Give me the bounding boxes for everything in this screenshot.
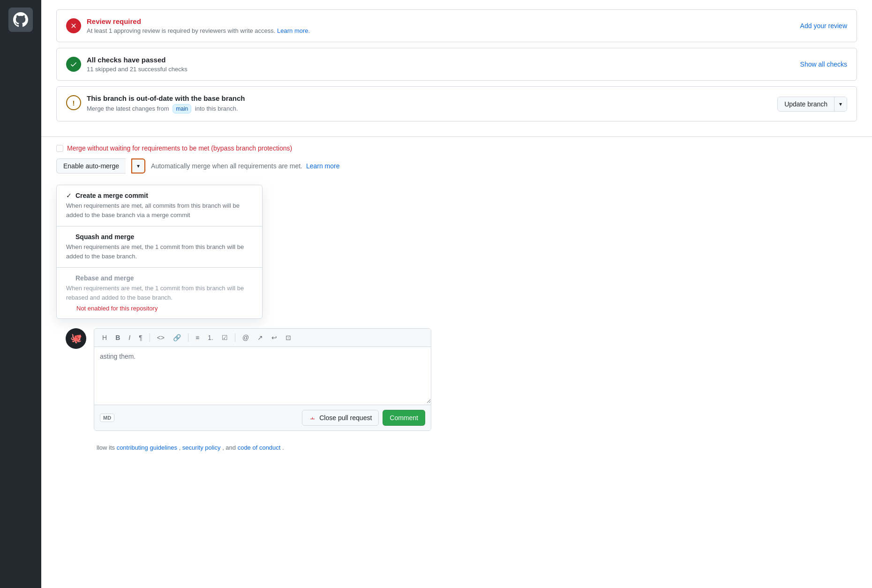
show-all-checks-button[interactable]: Show all checks xyxy=(800,60,847,68)
dropdown-item-rebase-merge[interactable]: ✓ Rebase and merge When requirements are… xyxy=(57,268,262,318)
toolbar-divider-2 xyxy=(188,333,188,342)
status-cards-container: Review required At least 1 approving rev… xyxy=(41,0,872,136)
merge-commit-desc: When requirements are met, all commits f… xyxy=(66,201,253,219)
review-required-desc: At least 1 approving review is required … xyxy=(87,27,795,34)
dropdown-item-merge-commit[interactable]: ✓ Create a merge commit When requirement… xyxy=(57,185,262,226)
squash-merge-title: Squash and merge xyxy=(75,233,134,241)
out-of-date-title: This branch is out-of-date with the base… xyxy=(87,94,772,102)
add-review-link[interactable]: Add your review xyxy=(800,22,847,30)
auto-merge-description: Automatically merge when all requirement… xyxy=(151,162,339,170)
show-checks-action: Show all checks xyxy=(800,60,847,68)
contributing-note: llow its contributing guidelines , secur… xyxy=(41,440,872,455)
merge-method-dropdown-menu: ✓ Create a merge commit When requirement… xyxy=(56,185,263,319)
toolbar-bold-button[interactable]: B xyxy=(113,332,122,343)
dropdown-item-squash-header: ✓ Squash and merge xyxy=(66,233,253,241)
review-learn-more-link[interactable]: Learn more. xyxy=(277,27,310,34)
squash-merge-desc: When requirements are met, the 1 commit … xyxy=(66,242,253,261)
out-of-date-desc: Merge the latest changes from main into … xyxy=(87,104,772,113)
comment-toolbar: H B I ¶ <> 🔗 ≡ 1. ☑ @ ↗ ↩ ⊡ xyxy=(94,329,431,347)
update-branch-button[interactable]: Update branch xyxy=(778,97,834,111)
user-avatar: 🐙 xyxy=(66,328,86,349)
main-content: Review required At least 1 approving rev… xyxy=(41,0,872,588)
markdown-badge: MD xyxy=(100,414,114,422)
comment-section-wrapper: 🐙 H B I ¶ <> 🔗 ≡ 1. ☑ @ xyxy=(51,319,872,440)
out-of-date-card: ! This branch is out-of-date with the ba… xyxy=(56,86,857,121)
auto-merge-learn-more-link[interactable]: Learn more xyxy=(306,162,340,170)
add-review-action: Add your review xyxy=(800,22,847,30)
code-of-conduct-link[interactable]: code of conduct xyxy=(238,444,281,451)
toolbar-link-button[interactable]: 🔗 xyxy=(171,332,183,343)
toolbar-paragraph-button[interactable]: ¶ xyxy=(136,332,145,343)
svg-text:🐙: 🐙 xyxy=(70,332,82,344)
dropdown-item-squash-merge[interactable]: ✓ Squash and merge When requirements are… xyxy=(57,226,262,268)
merge-method-dropdown-button[interactable]: ▾ xyxy=(131,158,145,173)
toolbar-divider-3 xyxy=(235,333,235,342)
comment-box: H B I ¶ <> 🔗 ≡ 1. ☑ @ ↗ ↩ ⊡ a xyxy=(94,328,431,431)
toolbar-heading-button[interactable]: H xyxy=(100,332,109,343)
toolbar-fullscreen-button[interactable]: ⊡ xyxy=(283,332,293,343)
close-pull-request-button[interactable]: ⫠ Close pull request xyxy=(302,410,379,426)
checks-passed-card: All checks have passed 11 skipped and 21… xyxy=(56,48,857,81)
toolbar-divider-1 xyxy=(150,333,150,342)
bypass-label: Merge without waiting for requirements t… xyxy=(67,144,292,152)
update-branch-action: Update branch ▾ xyxy=(777,97,847,112)
contributing-guidelines-link[interactable]: contributing guidelines xyxy=(117,444,177,451)
checks-success-icon xyxy=(66,57,81,72)
merge-commit-checkmark: ✓ xyxy=(66,192,72,199)
main-branch-badge: main xyxy=(173,104,191,113)
out-of-date-content: This branch is out-of-date with the base… xyxy=(87,94,772,113)
bypass-row: Merge without waiting for requirements t… xyxy=(56,144,857,152)
comment-actions: ⫠ Close pull request Comment xyxy=(302,410,425,426)
review-required-card: Review required At least 1 approving rev… xyxy=(56,9,857,42)
update-branch-dropdown-button[interactable]: ▾ xyxy=(834,97,847,111)
comment-textarea[interactable]: asting them. xyxy=(94,347,431,403)
dropdown-item-merge-commit-header: ✓ Create a merge commit xyxy=(66,192,253,199)
security-policy-link[interactable]: security policy xyxy=(182,444,221,451)
dropdown-item-rebase-header: ✓ Rebase and merge xyxy=(66,274,253,282)
sidebar xyxy=(0,0,41,588)
enable-auto-merge-button[interactable]: Enable auto-merge xyxy=(56,158,126,173)
toolbar-reference-button[interactable]: ↗ xyxy=(255,332,265,343)
comment-footer: MD ⫠ Close pull request Comment xyxy=(94,405,431,430)
sidebar-logo[interactable] xyxy=(8,8,33,32)
review-required-content: Review required At least 1 approving rev… xyxy=(87,17,795,34)
checks-passed-title: All checks have passed xyxy=(87,56,795,64)
rebase-merge-not-enabled: Not enabled for this repository xyxy=(76,305,253,312)
checks-passed-content: All checks have passed 11 skipped and 21… xyxy=(87,56,795,73)
out-of-date-icon: ! xyxy=(66,95,81,110)
checks-passed-desc: 11 skipped and 21 successful checks xyxy=(87,66,795,73)
update-branch-wrapper: Update branch ▾ xyxy=(777,97,847,112)
comment-submit-button[interactable]: Comment xyxy=(383,410,425,426)
rebase-merge-title: Rebase and merge xyxy=(75,274,134,282)
toolbar-ordered-list-button[interactable]: 1. xyxy=(205,332,216,343)
close-pr-icon: ⫠ xyxy=(309,414,316,422)
toolbar-unordered-list-button[interactable]: ≡ xyxy=(193,332,202,343)
merge-commit-title: Create a merge commit xyxy=(75,192,148,199)
auto-merge-row: Enable auto-merge ▾ Automatically merge … xyxy=(56,158,857,173)
review-error-icon xyxy=(66,18,81,33)
close-pr-label: Close pull request xyxy=(319,414,372,422)
toolbar-undo-button[interactable]: ↩ xyxy=(269,332,279,343)
toolbar-italic-button[interactable]: I xyxy=(126,332,133,343)
toolbar-mention-button[interactable]: @ xyxy=(240,332,251,343)
review-required-title: Review required xyxy=(87,17,795,25)
bypass-checkbox[interactable] xyxy=(56,145,63,152)
bypass-section: Merge without waiting for requirements t… xyxy=(41,136,872,181)
toolbar-code-button[interactable]: <> xyxy=(155,332,167,343)
toolbar-task-list-button[interactable]: ☑ xyxy=(219,332,230,343)
rebase-merge-desc: When requirements are met, the 1 commit … xyxy=(66,284,253,302)
